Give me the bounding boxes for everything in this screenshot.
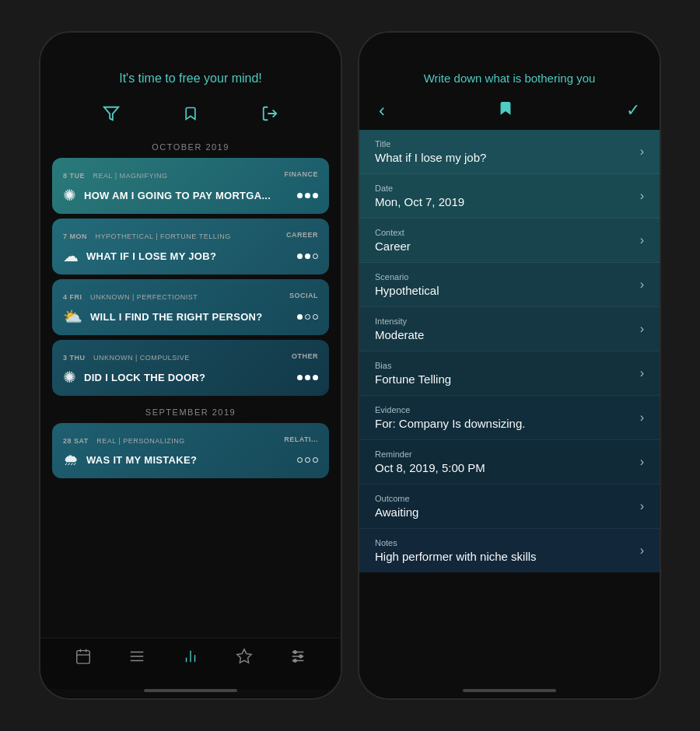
right-header: Write down what is bothering you bbox=[359, 33, 660, 95]
field-label-outcome: Outcome bbox=[375, 494, 418, 503]
card-date-2: 7 MON bbox=[63, 233, 87, 240]
right-tagline: Write down what is bothering you bbox=[424, 72, 596, 85]
field-label-notes: Notes bbox=[375, 538, 537, 547]
detail-row-context[interactable]: Context Career › bbox=[359, 219, 660, 263]
card-types-2: HYPOTHETICAL | FORTUNE TELLING bbox=[90, 233, 230, 240]
detail-list: Title What if I lose my job? › Date Mon,… bbox=[359, 130, 660, 684]
card-dots-5 bbox=[297, 457, 318, 463]
left-phone: It's time to free your mind! bbox=[39, 31, 342, 700]
card-tag-2: CAREER bbox=[286, 231, 318, 239]
left-tagline: It's time to free your mind! bbox=[119, 72, 262, 85]
chevron-title: › bbox=[640, 145, 644, 159]
nav-chart[interactable] bbox=[182, 648, 199, 670]
card-tag-4: OTHER bbox=[292, 352, 318, 360]
card-icon-4: ✺ bbox=[63, 368, 76, 386]
field-value-bias: Fortune Telling bbox=[375, 372, 451, 386]
card-icon-1: ✺ bbox=[63, 186, 76, 205]
month-label-sep: SEPTEMBER 2019 bbox=[52, 404, 329, 423]
chevron-intensity: › bbox=[640, 322, 644, 336]
card-dots-1 bbox=[297, 193, 318, 198]
chevron-evidence: › bbox=[640, 411, 644, 425]
cards-area: OCTOBER 2019 8 TUE REAL | MAGNIFYING FIN… bbox=[40, 138, 341, 638]
detail-row-intensity[interactable]: Intensity Moderate › bbox=[359, 307, 660, 352]
right-phone: Write down what is bothering you ‹ ✓ Tit… bbox=[358, 31, 661, 700]
svg-point-18 bbox=[294, 659, 297, 663]
nav-calendar[interactable] bbox=[75, 648, 92, 670]
bookmark-icon[interactable] bbox=[183, 105, 198, 127]
field-value-title: What if I lose my job? bbox=[375, 151, 486, 164]
field-value-outcome: Awaiting bbox=[375, 505, 418, 519]
card-tag-5: RELATI... bbox=[284, 435, 318, 443]
bottom-nav bbox=[40, 638, 341, 689]
card-title-2: WHAT IF I LOSE MY JOB? bbox=[86, 250, 289, 262]
worry-card-1[interactable]: 8 TUE REAL | MAGNIFYING FINANCE ✺ HOW AM… bbox=[52, 158, 329, 214]
check-icon[interactable]: ✓ bbox=[626, 100, 640, 121]
detail-row-scenario[interactable]: Scenario Hypothetical › bbox=[359, 263, 660, 307]
field-label-title: Title bbox=[375, 139, 486, 149]
detail-row-title[interactable]: Title What if I lose my job? › bbox=[359, 130, 660, 174]
svg-rect-2 bbox=[76, 651, 89, 664]
field-label-scenario: Scenario bbox=[375, 272, 439, 282]
export-icon[interactable] bbox=[261, 105, 278, 127]
left-toolbar bbox=[40, 97, 341, 138]
chevron-notes: › bbox=[640, 544, 644, 558]
field-value-scenario: Hypothetical bbox=[375, 284, 439, 297]
field-label-intensity: Intensity bbox=[375, 317, 424, 326]
nav-star[interactable] bbox=[236, 648, 253, 670]
detail-row-evidence[interactable]: Evidence For: Company Is downsizing. › bbox=[359, 396, 660, 440]
svg-point-17 bbox=[299, 655, 303, 658]
card-dots-2 bbox=[297, 254, 318, 259]
field-value-context: Career bbox=[375, 240, 411, 253]
card-date-3: 4 FRI bbox=[63, 293, 82, 301]
left-home-indicator bbox=[144, 689, 237, 692]
card-title-3: WILL I FIND THE RIGHT PERSON? bbox=[90, 311, 289, 323]
nav-list[interactable] bbox=[128, 648, 145, 670]
card-title-5: WAS IT MY MISTAKE? bbox=[86, 454, 289, 466]
field-value-reminder: Oct 8, 2019, 5:00 PM bbox=[375, 461, 485, 474]
worry-card-2[interactable]: 7 MON HYPOTHETICAL | FORTUNE TELLING CAR… bbox=[52, 219, 329, 275]
bookmark-icon[interactable] bbox=[498, 99, 513, 122]
chevron-outcome: › bbox=[640, 499, 644, 513]
filter-icon[interactable] bbox=[103, 105, 120, 127]
card-date-5: 28 SAT bbox=[63, 437, 89, 445]
svg-marker-0 bbox=[104, 107, 118, 121]
detail-row-bias[interactable]: Bias Fortune Telling › bbox=[359, 352, 660, 396]
card-tag-3: SOCIAL bbox=[289, 292, 318, 299]
card-icon-5: 🌧 bbox=[63, 451, 79, 469]
card-tag-1: FINANCE bbox=[285, 170, 319, 178]
card-icon-3: ⛅ bbox=[63, 307, 82, 326]
field-label-evidence: Evidence bbox=[375, 405, 525, 414]
field-label-context: Context bbox=[375, 228, 411, 237]
field-label-date: Date bbox=[375, 184, 464, 193]
card-date-4: 3 THU bbox=[63, 354, 86, 362]
worry-card-4[interactable]: 3 THU UNKNOWN | COMPULSIVE OTHER ✺ DID I… bbox=[52, 340, 329, 396]
svg-marker-12 bbox=[237, 649, 251, 663]
card-icon-2: ☁ bbox=[63, 247, 79, 265]
card-date-1: 8 TUE bbox=[63, 172, 85, 180]
detail-row-date[interactable]: Date Mon, Oct 7, 2019 › bbox=[359, 174, 660, 219]
card-title-1: HOW AM I GOING TO PAY MORTGA... bbox=[84, 190, 289, 201]
chevron-bias: › bbox=[640, 366, 644, 380]
card-types-3: UNKNOWN | PERFECTIONIST bbox=[86, 293, 198, 301]
chevron-date: › bbox=[640, 189, 644, 203]
detail-row-notes[interactable]: Notes High performer with niche skills › bbox=[359, 529, 660, 572]
field-value-date: Mon, Oct 7, 2019 bbox=[375, 195, 464, 208]
chevron-context: › bbox=[640, 233, 644, 247]
worry-card-3[interactable]: 4 FRI UNKNOWN | PERFECTIONIST SOCIAL ⛅ W… bbox=[52, 279, 329, 335]
card-types-1: REAL | MAGNIFYING bbox=[88, 172, 167, 180]
right-home-indicator bbox=[463, 689, 556, 692]
month-label-oct: OCTOBER 2019 bbox=[52, 138, 329, 158]
right-toolbar: ‹ ✓ bbox=[359, 95, 660, 130]
field-label-bias: Bias bbox=[375, 361, 451, 370]
detail-row-reminder[interactable]: Reminder Oct 8, 2019, 5:00 PM › bbox=[359, 440, 660, 484]
field-value-evidence: For: Company Is downsizing. bbox=[375, 417, 525, 430]
nav-settings[interactable] bbox=[289, 648, 306, 670]
worry-card-5[interactable]: 28 SAT REAL | PERSONALIZING RELATI... 🌧 … bbox=[52, 423, 329, 478]
card-dots-4 bbox=[297, 375, 318, 380]
field-label-reminder: Reminder bbox=[375, 449, 485, 459]
card-title-4: DID I LOCK THE DOOR? bbox=[84, 372, 289, 383]
detail-row-outcome[interactable]: Outcome Awaiting › bbox=[359, 484, 660, 529]
svg-point-16 bbox=[294, 651, 297, 654]
back-icon[interactable]: ‹ bbox=[379, 100, 385, 121]
chevron-scenario: › bbox=[640, 278, 644, 292]
